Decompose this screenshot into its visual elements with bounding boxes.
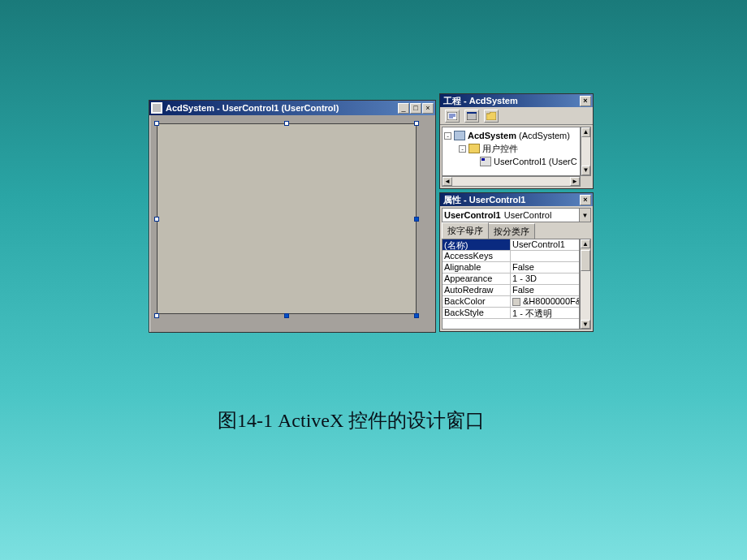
- project-explorer-close-button[interactable]: ×: [580, 96, 591, 106]
- project-vertical-scrollbar[interactable]: ▲ ▼: [581, 127, 591, 176]
- svg-rect-5: [467, 112, 477, 114]
- property-name: BackColor: [443, 296, 511, 307]
- property-value[interactable]: UserControl1: [511, 239, 579, 250]
- view-code-button[interactable]: [445, 110, 460, 123]
- figure-caption: 图14-1 ActiveX 控件的设计窗口: [218, 407, 485, 433]
- scroll-down-button[interactable]: ▼: [581, 320, 590, 329]
- scroll-up-button[interactable]: ▲: [581, 239, 590, 248]
- property-row[interactable]: (名称)UserControl1: [443, 239, 579, 251]
- tree-root-project[interactable]: - AcdSystem (AcdSystem): [444, 129, 578, 142]
- resize-handle-se[interactable]: [414, 313, 419, 318]
- expand-icon[interactable]: -: [444, 132, 451, 140]
- tree-root-label: AcdSystem (AcdSystem): [468, 131, 570, 140]
- resize-handle-nw[interactable]: [154, 121, 159, 126]
- tree-folder-usercontrols[interactable]: - 用户控件: [444, 142, 578, 155]
- project-explorer-titlebar[interactable]: 工程 - AcdSystem ×: [440, 94, 593, 107]
- property-value[interactable]: False: [511, 262, 579, 273]
- view-object-button[interactable]: [464, 110, 479, 123]
- property-name: Appearance: [443, 274, 511, 284]
- designer-canvas-area: [152, 118, 433, 330]
- property-value[interactable]: 1 - 不透明: [511, 308, 579, 318]
- usercontrol-design-surface[interactable]: [157, 123, 417, 314]
- toggle-folders-button[interactable]: [484, 110, 499, 123]
- expand-icon[interactable]: -: [459, 145, 466, 153]
- designer-titlebar[interactable]: AcdSystem - UserControl1 (UserControl) _…: [149, 101, 435, 115]
- property-value[interactable]: 1 - 3D: [511, 274, 579, 284]
- folder-icon: [468, 144, 480, 153]
- property-row[interactable]: AutoRedrawFalse: [443, 285, 579, 296]
- project-explorer-panel: 工程 - AcdSystem × - AcdSystem (AcdSystem)…: [439, 93, 594, 189]
- scroll-up-button[interactable]: ▲: [581, 127, 590, 137]
- property-value[interactable]: False: [511, 285, 579, 295]
- scroll-track[interactable]: [581, 137, 590, 166]
- object-type: UserControl: [501, 210, 552, 220]
- usercontrol-icon: [480, 157, 491, 166]
- combo-dropdown-button[interactable]: ▼: [579, 209, 590, 222]
- property-row[interactable]: AlignableFalse: [443, 262, 579, 274]
- properties-grid[interactable]: (名称)UserControl1AccessKeysAlignableFalse…: [442, 239, 580, 330]
- property-name: AutoRedraw: [443, 285, 511, 295]
- project-toolbar: [440, 107, 593, 125]
- form-icon: [151, 102, 162, 114]
- designer-window: AcdSystem - UserControl1 (UserControl) _…: [149, 100, 436, 333]
- property-row[interactable]: Appearance1 - 3D: [443, 274, 579, 285]
- color-swatch-icon: [512, 298, 520, 306]
- project-explorer-title: 工程 - AcdSystem: [443, 95, 518, 107]
- scroll-track[interactable]: [581, 271, 590, 320]
- scroll-thumb[interactable]: [581, 250, 590, 271]
- project-horizontal-scrollbar[interactable]: ◄ ►: [442, 176, 581, 187]
- property-name: BackStyle: [443, 308, 511, 318]
- resize-handle-ne[interactable]: [414, 121, 419, 126]
- tab-categorized[interactable]: 按分类序: [488, 223, 535, 239]
- property-row[interactable]: AccessKeys: [443, 251, 579, 262]
- properties-panel: 属性 - UserControl1 × UserControl1 UserCon…: [439, 192, 594, 332]
- resize-handle-e[interactable]: [414, 217, 419, 222]
- minimize-button[interactable]: _: [398, 103, 409, 114]
- properties-vertical-scrollbar[interactable]: ▲ ▼: [580, 239, 591, 330]
- resize-handle-n[interactable]: [284, 121, 289, 126]
- scroll-track[interactable]: [452, 177, 570, 186]
- property-value[interactable]: [511, 251, 579, 261]
- object-name: UserControl1: [443, 210, 501, 220]
- properties-title: 属性 - UserControl1: [443, 194, 525, 206]
- object-selector-combo[interactable]: UserControl1 UserControl ▼: [442, 208, 591, 222]
- scroll-left-button[interactable]: ◄: [443, 177, 452, 186]
- resize-handle-sw[interactable]: [154, 313, 159, 318]
- properties-titlebar[interactable]: 属性 - UserControl1 ×: [440, 193, 593, 206]
- property-value[interactable]: &H8000000F&: [511, 296, 579, 307]
- project-icon: [454, 131, 465, 140]
- tree-folder-label: 用户控件: [482, 143, 518, 155]
- properties-close-button[interactable]: ×: [580, 195, 591, 205]
- property-name: AccessKeys: [443, 251, 511, 261]
- resize-handle-w[interactable]: [154, 217, 159, 222]
- designer-title: AcdSystem - UserControl1 (UserControl): [166, 103, 398, 113]
- scroll-down-button[interactable]: ▼: [581, 166, 590, 175]
- close-button[interactable]: ×: [422, 103, 434, 114]
- property-name: Alignable: [443, 262, 511, 273]
- property-row[interactable]: BackColor&H8000000F&: [443, 296, 579, 308]
- property-name: (名称): [443, 239, 511, 250]
- property-row[interactable]: BackStyle1 - 不透明: [443, 308, 579, 319]
- maximize-button[interactable]: □: [410, 103, 421, 114]
- tree-item-label: UserControl1 (UserC: [494, 157, 577, 166]
- tab-alphabetic[interactable]: 按字母序: [442, 222, 489, 239]
- scroll-right-button[interactable]: ►: [570, 177, 580, 186]
- resize-handle-s[interactable]: [284, 313, 289, 318]
- properties-tabs: 按字母序 按分类序: [442, 224, 591, 239]
- tree-item-usercontrol1[interactable]: UserControl1 (UserC: [444, 155, 578, 168]
- project-tree[interactable]: - AcdSystem (AcdSystem) - 用户控件 UserContr…: [442, 127, 581, 176]
